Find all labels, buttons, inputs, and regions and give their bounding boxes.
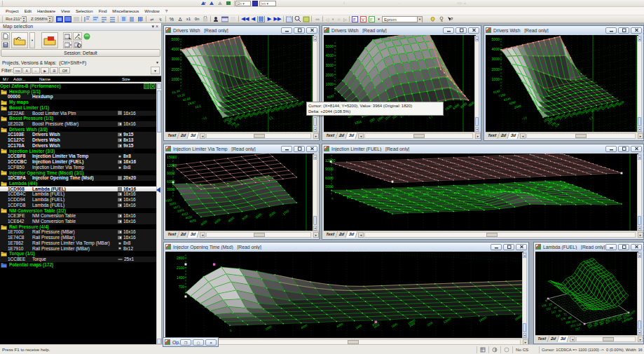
svg-text:7168: 7168 [498,93,506,97]
svg-text:120: 120 [576,322,582,327]
svg-text:8192: 8192 [493,89,500,94]
svg-text:2500: 2500 [268,210,276,217]
svg-text:2200: 2200 [426,320,434,327]
svg-text:6000: 6000 [452,103,460,110]
svg-text:0: 0 [331,196,334,200]
svg-text:2100: 2100 [177,266,184,270]
svg-text:4051: 4051 [189,218,197,223]
svg-text:700: 700 [179,285,185,289]
svg-text:1400: 1400 [355,323,363,329]
svg-text:40: 40 [554,306,558,310]
svg-text:6500: 6500 [460,102,467,109]
svg-text:4000: 4000 [171,47,179,51]
svg-text:3000: 3000 [491,57,500,61]
svg-text:500: 500 [369,117,376,123]
svg-text:3000: 3000 [325,63,334,67]
svg-text:6000: 6000 [336,322,343,328]
svg-text:14000: 14000 [479,315,488,322]
svg-text:3000: 3000 [171,57,179,61]
svg-text:0: 0 [229,329,233,333]
svg-text:1024: 1024 [355,120,362,125]
svg-text:4500: 4500 [200,219,207,226]
svg-text:4000: 4000 [325,53,334,57]
svg-text:2000: 2000 [265,325,273,331]
svg-text:2048: 2048 [514,104,521,109]
svg-text:4000: 4000 [301,323,308,329]
svg-text:F: F [353,18,356,22]
svg-text:1000: 1000 [376,115,384,122]
svg-text:- (-): - (-) [521,116,528,121]
svg-text:15000: 15000 [167,155,177,159]
svg-text:3500: 3500 [241,214,249,221]
svg-text:F: F [370,18,373,22]
svg-text:10.2: 10.2 [195,104,202,109]
svg-text:2000: 2000 [491,67,500,72]
svg-text:3000: 3000 [254,212,262,219]
svg-text:8192: 8192 [327,94,334,99]
svg-text:4000: 4000 [491,47,500,51]
svg-text:1800: 1800 [391,322,399,328]
svg-text:5000: 5000 [171,37,179,41]
svg-text:1000: 1000 [171,77,179,81]
svg-text:5000: 5000 [325,44,334,48]
svg-text:2000: 2000 [171,67,179,72]
svg-text:72: 72 [563,312,568,316]
svg-text:1400: 1400 [177,275,184,280]
svg-text:24: 24 [549,302,553,306]
svg-text:1000: 1000 [491,77,500,81]
svg-text:56: 56 [559,308,563,313]
svg-text:- (-): - (-) [201,116,207,121]
svg-text:4300: 4300 [214,217,221,224]
svg-text:1000: 1000 [325,82,334,86]
svg-text:1700: 1700 [282,209,289,216]
svg-text:2800: 2800 [177,256,184,260]
svg-text:4000: 4000 [227,216,235,223]
svg-text:V: V [362,18,364,22]
svg-text:?: ? [451,17,453,21]
svg-text:(-): (-) [268,116,273,121]
svg-text:217: 217 [575,327,581,332]
svg-text:88: 88 [568,315,572,320]
svg-text:2000: 2000 [325,73,334,77]
svg-text:5500: 5500 [445,104,453,111]
svg-text:5000: 5000 [491,37,500,41]
svg-text:4096: 4096 [509,100,516,105]
